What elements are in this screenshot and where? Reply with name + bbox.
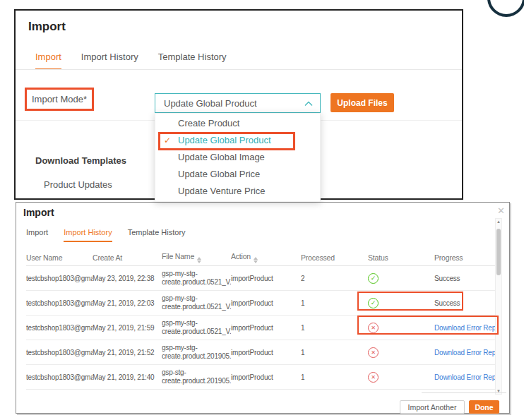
import-mode-select[interactable]: Update Global Product <box>155 93 321 113</box>
cell-user-name: testcbshop1803@gma... <box>26 349 93 356</box>
col-label: File Name <box>162 252 194 260</box>
download-error-report-link[interactable]: Download Error Report <box>434 373 502 381</box>
tab-import[interactable]: Import <box>26 228 48 242</box>
dialog-title: Import <box>23 207 54 218</box>
status-fail-icon <box>368 347 379 358</box>
import-dialog-top: Import Import Import History Template Hi… <box>14 9 463 200</box>
col-user-name: User Name <box>26 253 93 262</box>
page-title: Import <box>28 20 66 34</box>
cell-user-name: testcbshop1803@gma... <box>26 324 93 332</box>
import-mode-label: Import Mode* <box>32 94 87 104</box>
cell-processed: 1 <box>301 324 368 332</box>
table-row: testcbshop1803@gma... May 21, 2019, 21:4… <box>26 365 502 390</box>
annotation-circle <box>487 0 524 17</box>
cell-status <box>368 347 434 358</box>
close-icon[interactable]: ✕ <box>497 205 505 216</box>
file-line: create.product.0521_V... <box>162 328 227 336</box>
import-history-dialog: Import ✕ Import Import History Template … <box>16 202 510 414</box>
tab-import-history[interactable]: Import History <box>81 52 138 70</box>
file-line: create.product.0521_V... <box>162 303 227 311</box>
option-update-venture-price[interactable]: Update Venture Price <box>155 183 320 200</box>
cell-create-at: May 21, 2019, 21:59 <box>93 324 162 332</box>
col-status: Status <box>368 253 434 262</box>
cell-processed: 2 <box>301 275 368 282</box>
cell-user-name: testcbshop1803@gma... <box>26 373 93 381</box>
download-templates-heading: Download Templates <box>35 155 126 166</box>
table-row: testcbshop1803@gma... May 21, 2019, 21:5… <box>26 316 502 340</box>
option-update-global-price[interactable]: Update Global Price <box>155 166 320 183</box>
file-line: gsp-my-stg- <box>162 270 227 278</box>
cell-file-name: gsp-my-stg-create.product.201905... <box>162 344 231 361</box>
cell-create-at: May 21, 2019, 22:03 <box>93 299 162 307</box>
col-action[interactable]: Action <box>231 252 301 263</box>
tab-import[interactable]: Import <box>35 52 61 70</box>
option-update-global-product[interactable]: ✓Update Global Product <box>155 132 320 149</box>
file-line: gsp-my-stg- <box>162 294 227 303</box>
chevron-up-icon <box>304 98 313 109</box>
tab-import-history[interactable]: Import History <box>64 228 112 242</box>
footer-divider <box>422 392 506 393</box>
option-update-global-image[interactable]: Update Global Image <box>155 149 320 166</box>
cell-create-at: May 21, 2019, 21:52 <box>93 349 162 356</box>
col-create-at: Create At <box>93 253 162 262</box>
file-line: create.product.201905... <box>162 352 227 361</box>
sort-icon[interactable] <box>254 257 258 263</box>
done-button[interactable]: Done <box>469 400 499 414</box>
cell-action: importProduct <box>231 299 301 307</box>
cell-file-name: gsp-my-stg-create.product.0521_V... <box>162 319 231 336</box>
cell-processed: 1 <box>301 299 368 307</box>
file-line: gsp-my-stg- <box>162 344 227 352</box>
cell-file-name: gsp-stg-create.product.201905... <box>162 368 231 385</box>
cell-file-name: gsp-my-stg-create.product.0521_V... <box>162 270 231 287</box>
option-label: Update Global Product <box>178 135 271 145</box>
status-success-icon <box>368 298 379 308</box>
product-updates-link[interactable]: Product Updates <box>44 179 112 190</box>
download-error-report-link[interactable]: Download Error Report <box>434 349 502 356</box>
import-another-button[interactable]: Import Another <box>400 400 465 414</box>
cell-processed: 1 <box>301 373 368 381</box>
cell-status <box>368 273 434 284</box>
cell-create-at: May 21, 2019, 21:40 <box>93 373 162 381</box>
cell-action: importProduct <box>231 275 301 282</box>
cell-action: importProduct <box>231 349 301 356</box>
col-file-name[interactable]: File Name <box>162 252 231 263</box>
cell-user-name: testcbshop1803@gma... <box>26 299 93 307</box>
import-mode-selected-value: Update Global Product <box>164 98 304 109</box>
tab-template-history[interactable]: Template History <box>128 228 186 242</box>
table-header-row: User Name Create At File Name Action Pro… <box>26 249 502 266</box>
check-icon: ✓ <box>164 132 171 149</box>
tab-divider <box>16 69 462 70</box>
tab-bar: Import Import History Template History <box>35 52 227 70</box>
download-error-report-link[interactable]: Download Error Report <box>434 324 502 332</box>
cell-status <box>368 323 434 333</box>
tab-bar: Import Import History Template History <box>26 228 186 242</box>
file-line: create.product.201905... <box>162 377 227 385</box>
option-create-product[interactable]: Create Product <box>155 115 320 132</box>
cell-file-name: gsp-my-stg-create.product.0521_V... <box>162 294 231 311</box>
tab-template-history[interactable]: Template History <box>158 52 227 70</box>
cell-user-name: testcbshop1803@gma... <box>26 275 93 282</box>
sort-icon[interactable] <box>197 257 201 263</box>
cell-create-at: May 23, 2019, 22:38 <box>93 275 162 282</box>
cell-processed: 1 <box>301 349 368 356</box>
cell-status <box>368 298 434 308</box>
scroll-up-icon[interactable]: ▲ <box>496 220 501 224</box>
annotation-import-mode-label: Import Mode* <box>25 88 94 111</box>
file-line: gsp-stg- <box>162 368 227 377</box>
table-row: testcbshop1803@gma... May 23, 2019, 22:3… <box>26 266 502 291</box>
table-row: testcbshop1803@gma... May 21, 2019, 21:5… <box>26 340 502 365</box>
cell-status <box>368 372 434 383</box>
file-line: create.product.0521_V... <box>162 278 227 287</box>
cell-progress: Success <box>434 275 502 282</box>
col-label: Action <box>231 252 251 260</box>
cell-action: importProduct <box>231 373 301 381</box>
import-mode-dropdown-list: Create Product ✓Update Global Product Up… <box>155 113 321 202</box>
col-processed: Processed <box>301 253 368 262</box>
cell-progress: Success <box>434 299 502 307</box>
upload-files-button[interactable]: Upload Files <box>331 93 394 112</box>
cell-action: importProduct <box>231 324 301 332</box>
vertical-scrollbar[interactable]: ▲ ▼ <box>495 218 502 395</box>
status-fail-icon <box>368 372 379 383</box>
scrollbar-thumb[interactable] <box>496 229 501 275</box>
col-progress: Progress <box>434 253 502 262</box>
